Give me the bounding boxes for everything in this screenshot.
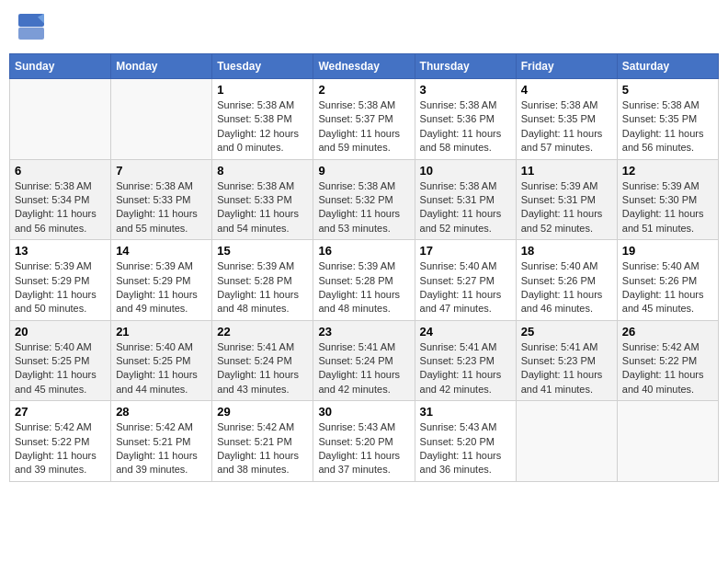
day-info: Sunrise: 5:38 AM Sunset: 5:33 PM Dayligh…	[217, 179, 308, 236]
day-number: 11	[521, 164, 612, 178]
calendar-cell: 5Sunrise: 5:38 AM Sunset: 5:35 PM Daylig…	[617, 79, 718, 160]
day-info: Sunrise: 5:40 AM Sunset: 5:26 PM Dayligh…	[521, 259, 612, 316]
calendar-cell	[516, 401, 617, 482]
day-info: Sunrise: 5:39 AM Sunset: 5:29 PM Dayligh…	[116, 259, 207, 316]
day-number: 5	[622, 83, 713, 97]
calendar-cell: 24Sunrise: 5:41 AM Sunset: 5:23 PM Dayli…	[415, 320, 516, 401]
day-info: Sunrise: 5:42 AM Sunset: 5:22 PM Dayligh…	[622, 340, 713, 397]
day-number: 19	[622, 244, 713, 258]
calendar-cell: 15Sunrise: 5:39 AM Sunset: 5:28 PM Dayli…	[212, 240, 313, 321]
day-number: 10	[420, 164, 511, 178]
day-info: Sunrise: 5:41 AM Sunset: 5:23 PM Dayligh…	[521, 340, 612, 397]
day-info: Sunrise: 5:40 AM Sunset: 5:25 PM Dayligh…	[15, 340, 106, 397]
calendar-cell: 29Sunrise: 5:42 AM Sunset: 5:21 PM Dayli…	[212, 401, 313, 482]
weekday-header: Saturday	[617, 54, 718, 79]
day-info: Sunrise: 5:42 AM Sunset: 5:21 PM Dayligh…	[116, 420, 207, 477]
day-info: Sunrise: 5:40 AM Sunset: 5:25 PM Dayligh…	[116, 340, 207, 397]
calendar-cell: 31Sunrise: 5:43 AM Sunset: 5:20 PM Dayli…	[415, 401, 516, 482]
day-info: Sunrise: 5:43 AM Sunset: 5:20 PM Dayligh…	[420, 420, 511, 477]
calendar-cell: 1Sunrise: 5:38 AM Sunset: 5:38 PM Daylig…	[212, 79, 313, 160]
day-number: 9	[318, 164, 409, 178]
calendar-cell: 7Sunrise: 5:38 AM Sunset: 5:33 PM Daylig…	[111, 159, 212, 240]
day-number: 16	[318, 244, 409, 258]
calendar-cell: 11Sunrise: 5:39 AM Sunset: 5:31 PM Dayli…	[516, 159, 617, 240]
day-info: Sunrise: 5:38 AM Sunset: 5:38 PM Dayligh…	[217, 98, 308, 155]
weekday-header: Thursday	[415, 54, 516, 79]
weekday-header: Tuesday	[212, 54, 313, 79]
day-number: 26	[622, 325, 713, 339]
day-info: Sunrise: 5:38 AM Sunset: 5:34 PM Dayligh…	[15, 179, 106, 236]
day-number: 1	[217, 83, 308, 97]
day-info: Sunrise: 5:39 AM Sunset: 5:29 PM Dayligh…	[15, 259, 106, 316]
calendar-cell: 14Sunrise: 5:39 AM Sunset: 5:29 PM Dayli…	[111, 240, 212, 321]
day-number: 8	[217, 164, 308, 178]
calendar-cell: 28Sunrise: 5:42 AM Sunset: 5:21 PM Dayli…	[111, 401, 212, 482]
logo-icon	[18, 14, 44, 40]
calendar-cell: 27Sunrise: 5:42 AM Sunset: 5:22 PM Dayli…	[10, 401, 111, 482]
calendar-cell: 12Sunrise: 5:39 AM Sunset: 5:30 PM Dayli…	[617, 159, 718, 240]
logo	[18, 14, 48, 40]
day-number: 24	[420, 325, 511, 339]
calendar-cell: 9Sunrise: 5:38 AM Sunset: 5:32 PM Daylig…	[313, 159, 415, 240]
calendar-cell: 20Sunrise: 5:40 AM Sunset: 5:25 PM Dayli…	[10, 320, 111, 401]
calendar-cell: 10Sunrise: 5:38 AM Sunset: 5:31 PM Dayli…	[415, 159, 516, 240]
calendar-cell: 18Sunrise: 5:40 AM Sunset: 5:26 PM Dayli…	[516, 240, 617, 321]
calendar-cell: 8Sunrise: 5:38 AM Sunset: 5:33 PM Daylig…	[212, 159, 313, 240]
calendar-cell	[10, 79, 111, 160]
day-number: 27	[15, 405, 106, 419]
calendar-cell: 2Sunrise: 5:38 AM Sunset: 5:37 PM Daylig…	[313, 79, 415, 160]
day-number: 22	[217, 325, 308, 339]
weekday-header: Friday	[516, 54, 617, 79]
calendar-cell: 21Sunrise: 5:40 AM Sunset: 5:25 PM Dayli…	[111, 320, 212, 401]
day-info: Sunrise: 5:38 AM Sunset: 5:35 PM Dayligh…	[521, 98, 612, 155]
page-header	[9, 9, 719, 44]
calendar-table: SundayMondayTuesdayWednesdayThursdayFrid…	[9, 53, 719, 482]
day-info: Sunrise: 5:41 AM Sunset: 5:24 PM Dayligh…	[318, 340, 409, 397]
calendar-cell: 19Sunrise: 5:40 AM Sunset: 5:26 PM Dayli…	[617, 240, 718, 321]
day-number: 25	[521, 325, 612, 339]
calendar-cell: 6Sunrise: 5:38 AM Sunset: 5:34 PM Daylig…	[10, 159, 111, 240]
day-number: 30	[318, 405, 409, 419]
day-info: Sunrise: 5:40 AM Sunset: 5:26 PM Dayligh…	[622, 259, 713, 316]
day-info: Sunrise: 5:38 AM Sunset: 5:32 PM Dayligh…	[318, 179, 409, 236]
day-number: 2	[318, 83, 409, 97]
day-info: Sunrise: 5:39 AM Sunset: 5:30 PM Dayligh…	[622, 179, 713, 236]
day-info: Sunrise: 5:43 AM Sunset: 5:20 PM Dayligh…	[318, 420, 409, 477]
calendar-cell	[617, 401, 718, 482]
calendar-cell: 17Sunrise: 5:40 AM Sunset: 5:27 PM Dayli…	[415, 240, 516, 321]
day-number: 29	[217, 405, 308, 419]
day-info: Sunrise: 5:39 AM Sunset: 5:28 PM Dayligh…	[217, 259, 308, 316]
svg-rect-1	[18, 28, 44, 40]
calendar-cell: 25Sunrise: 5:41 AM Sunset: 5:23 PM Dayli…	[516, 320, 617, 401]
day-number: 13	[15, 244, 106, 258]
day-info: Sunrise: 5:38 AM Sunset: 5:31 PM Dayligh…	[420, 179, 511, 236]
calendar-cell: 4Sunrise: 5:38 AM Sunset: 5:35 PM Daylig…	[516, 79, 617, 160]
day-info: Sunrise: 5:38 AM Sunset: 5:33 PM Dayligh…	[116, 179, 207, 236]
day-info: Sunrise: 5:38 AM Sunset: 5:35 PM Dayligh…	[622, 98, 713, 155]
day-number: 21	[116, 325, 207, 339]
day-number: 7	[116, 164, 207, 178]
day-info: Sunrise: 5:38 AM Sunset: 5:37 PM Dayligh…	[318, 98, 409, 155]
day-info: Sunrise: 5:39 AM Sunset: 5:28 PM Dayligh…	[318, 259, 409, 316]
day-info: Sunrise: 5:38 AM Sunset: 5:36 PM Dayligh…	[420, 98, 511, 155]
day-info: Sunrise: 5:39 AM Sunset: 5:31 PM Dayligh…	[521, 179, 612, 236]
day-info: Sunrise: 5:40 AM Sunset: 5:27 PM Dayligh…	[420, 259, 511, 316]
calendar-cell: 13Sunrise: 5:39 AM Sunset: 5:29 PM Dayli…	[10, 240, 111, 321]
day-info: Sunrise: 5:42 AM Sunset: 5:21 PM Dayligh…	[217, 420, 308, 477]
day-number: 15	[217, 244, 308, 258]
day-number: 6	[15, 164, 106, 178]
day-number: 4	[521, 83, 612, 97]
calendar-cell: 22Sunrise: 5:41 AM Sunset: 5:24 PM Dayli…	[212, 320, 313, 401]
calendar-cell: 23Sunrise: 5:41 AM Sunset: 5:24 PM Dayli…	[313, 320, 415, 401]
calendar-cell: 16Sunrise: 5:39 AM Sunset: 5:28 PM Dayli…	[313, 240, 415, 321]
day-info: Sunrise: 5:41 AM Sunset: 5:23 PM Dayligh…	[420, 340, 511, 397]
day-number: 20	[15, 325, 106, 339]
calendar-header: SundayMondayTuesdayWednesdayThursdayFrid…	[10, 54, 719, 79]
weekday-header: Sunday	[10, 54, 111, 79]
day-number: 18	[521, 244, 612, 258]
day-number: 28	[116, 405, 207, 419]
calendar-cell: 30Sunrise: 5:43 AM Sunset: 5:20 PM Dayli…	[313, 401, 415, 482]
day-number: 23	[318, 325, 409, 339]
calendar-cell: 3Sunrise: 5:38 AM Sunset: 5:36 PM Daylig…	[415, 79, 516, 160]
day-number: 12	[622, 164, 713, 178]
